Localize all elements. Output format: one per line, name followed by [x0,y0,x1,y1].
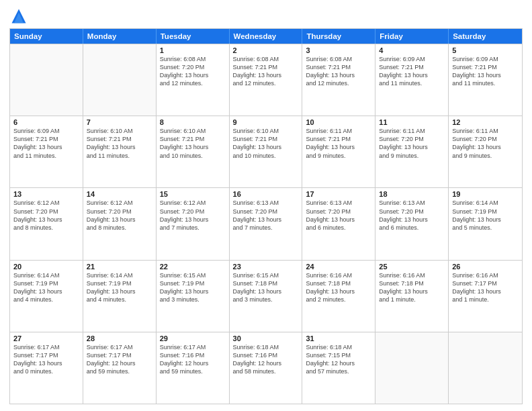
header-saturday: Saturday [449,29,522,44]
cell-info: Sunrise: 6:13 AM Sunset: 7:20 PM Dayligh… [379,199,445,232]
day-number: 7 [87,118,152,126]
header-monday: Monday [83,29,157,44]
cell-info: Sunrise: 6:10 AM Sunset: 7:21 PM Dayligh… [160,127,226,160]
calendar-cell: 13Sunrise: 6:12 AM Sunset: 7:20 PM Dayli… [10,188,83,259]
calendar-cell: 23Sunrise: 6:15 AM Sunset: 7:18 PM Dayli… [230,261,303,332]
calendar-cell: 12Sunrise: 6:11 AM Sunset: 7:20 PM Dayli… [449,116,522,187]
calendar-cell: 27Sunrise: 6:17 AM Sunset: 7:17 PM Dayli… [10,332,83,404]
calendar-cell: 25Sunrise: 6:16 AM Sunset: 7:18 PM Dayli… [375,261,449,332]
day-number: 31 [306,334,371,342]
day-number: 11 [379,118,445,126]
calendar-row-3: 13Sunrise: 6:12 AM Sunset: 7:20 PM Dayli… [10,187,522,259]
cell-info: Sunrise: 6:18 AM Sunset: 7:15 PM Dayligh… [306,343,371,376]
calendar-cell: 10Sunrise: 6:11 AM Sunset: 7:21 PM Dayli… [302,116,375,187]
day-number: 14 [87,190,152,198]
calendar-cell: 26Sunrise: 6:16 AM Sunset: 7:17 PM Dayli… [449,261,522,332]
day-number: 30 [233,334,299,342]
cell-info: Sunrise: 6:12 AM Sunset: 7:20 PM Dayligh… [160,199,226,232]
day-number: 17 [306,190,371,198]
day-number: 8 [160,118,226,126]
cell-info: Sunrise: 6:16 AM Sunset: 7:17 PM Dayligh… [452,271,519,304]
calendar-row-2: 6Sunrise: 6:09 AM Sunset: 7:21 PM Daylig… [10,116,522,187]
calendar: Sunday Monday Tuesday Wednesday Thursday… [9,28,523,404]
day-number: 23 [233,263,299,271]
cell-info: Sunrise: 6:15 AM Sunset: 7:19 PM Dayligh… [160,271,226,304]
day-number: 19 [452,190,519,198]
calendar-cell: 8Sunrise: 6:10 AM Sunset: 7:21 PM Daylig… [157,116,230,187]
cell-info: Sunrise: 6:14 AM Sunset: 7:19 PM Dayligh… [13,271,79,304]
calendar-cell: 29Sunrise: 6:17 AM Sunset: 7:16 PM Dayli… [157,332,230,404]
cell-info: Sunrise: 6:11 AM Sunset: 7:20 PM Dayligh… [379,127,445,160]
day-number: 16 [233,190,299,198]
header-thursday: Thursday [302,29,375,44]
calendar-cell: 17Sunrise: 6:13 AM Sunset: 7:20 PM Dayli… [302,188,375,259]
day-number: 22 [160,263,226,271]
calendar-cell: 14Sunrise: 6:12 AM Sunset: 7:20 PM Dayli… [83,188,157,259]
calendar-cell: 1Sunrise: 6:08 AM Sunset: 7:20 PM Daylig… [157,44,230,116]
day-number: 18 [379,190,445,198]
cell-info: Sunrise: 6:17 AM Sunset: 7:17 PM Dayligh… [13,343,79,376]
cell-info: Sunrise: 6:13 AM Sunset: 7:20 PM Dayligh… [233,199,299,232]
cell-info: Sunrise: 6:14 AM Sunset: 7:19 PM Dayligh… [452,199,519,232]
calendar-cell: 3Sunrise: 6:08 AM Sunset: 7:21 PM Daylig… [302,44,375,116]
day-number: 15 [160,190,226,198]
day-number: 4 [379,46,445,54]
cell-info: Sunrise: 6:18 AM Sunset: 7:16 PM Dayligh… [233,343,299,376]
cell-info: Sunrise: 6:08 AM Sunset: 7:21 PM Dayligh… [233,55,299,88]
day-number: 21 [87,263,152,271]
calendar-cell: 7Sunrise: 6:10 AM Sunset: 7:21 PM Daylig… [83,116,157,187]
cell-info: Sunrise: 6:11 AM Sunset: 7:20 PM Dayligh… [452,127,519,160]
header-wednesday: Wednesday [230,29,303,44]
day-number: 2 [233,46,299,54]
day-number: 29 [160,334,226,342]
calendar-row-4: 20Sunrise: 6:14 AM Sunset: 7:19 PM Dayli… [10,260,522,332]
calendar-cell: 2Sunrise: 6:08 AM Sunset: 7:21 PM Daylig… [230,44,303,116]
cell-info: Sunrise: 6:09 AM Sunset: 7:21 PM Dayligh… [13,127,79,160]
day-number: 10 [306,118,371,126]
calendar-cell [375,332,449,404]
day-number: 25 [379,263,445,271]
day-number: 24 [306,263,371,271]
cell-info: Sunrise: 6:10 AM Sunset: 7:21 PM Dayligh… [233,127,299,160]
calendar-cell: 5Sunrise: 6:09 AM Sunset: 7:21 PM Daylig… [449,44,522,116]
calendar-cell: 21Sunrise: 6:14 AM Sunset: 7:19 PM Dayli… [83,261,157,332]
day-number: 20 [13,263,79,271]
calendar-cell: 20Sunrise: 6:14 AM Sunset: 7:19 PM Dayli… [10,261,83,332]
calendar-cell: 30Sunrise: 6:18 AM Sunset: 7:16 PM Dayli… [230,332,303,404]
calendar-cell: 19Sunrise: 6:14 AM Sunset: 7:19 PM Dayli… [449,188,522,259]
cell-info: Sunrise: 6:16 AM Sunset: 7:18 PM Dayligh… [306,271,371,304]
header-sunday: Sunday [10,29,83,44]
cell-info: Sunrise: 6:09 AM Sunset: 7:21 PM Dayligh… [379,55,445,88]
day-number: 12 [452,118,519,126]
calendar-body: 1Sunrise: 6:08 AM Sunset: 7:20 PM Daylig… [10,44,522,404]
page: Sunday Monday Tuesday Wednesday Thursday… [0,0,532,411]
calendar-cell [10,44,83,116]
cell-info: Sunrise: 6:15 AM Sunset: 7:18 PM Dayligh… [233,271,299,304]
cell-info: Sunrise: 6:17 AM Sunset: 7:16 PM Dayligh… [160,343,226,376]
cell-info: Sunrise: 6:12 AM Sunset: 7:20 PM Dayligh… [87,199,152,232]
day-number: 28 [87,334,152,342]
header-friday: Friday [375,29,449,44]
calendar-row-5: 27Sunrise: 6:17 AM Sunset: 7:17 PM Dayli… [10,332,522,404]
calendar-cell: 31Sunrise: 6:18 AM Sunset: 7:15 PM Dayli… [302,332,375,404]
calendar-cell: 22Sunrise: 6:15 AM Sunset: 7:19 PM Dayli… [157,261,230,332]
calendar-cell: 18Sunrise: 6:13 AM Sunset: 7:20 PM Dayli… [375,188,449,259]
calendar-cell: 4Sunrise: 6:09 AM Sunset: 7:21 PM Daylig… [375,44,449,116]
cell-info: Sunrise: 6:14 AM Sunset: 7:19 PM Dayligh… [87,271,152,304]
calendar-cell: 6Sunrise: 6:09 AM Sunset: 7:21 PM Daylig… [10,116,83,187]
calendar-cell: 15Sunrise: 6:12 AM Sunset: 7:20 PM Dayli… [157,188,230,259]
header-tuesday: Tuesday [157,29,230,44]
day-number: 26 [452,263,519,271]
cell-info: Sunrise: 6:12 AM Sunset: 7:20 PM Dayligh… [13,199,79,232]
day-number: 5 [452,46,519,54]
cell-info: Sunrise: 6:10 AM Sunset: 7:21 PM Dayligh… [87,127,152,160]
calendar-cell: 9Sunrise: 6:10 AM Sunset: 7:21 PM Daylig… [230,116,303,187]
cell-info: Sunrise: 6:17 AM Sunset: 7:17 PM Dayligh… [87,343,152,376]
day-number: 3 [306,46,371,54]
calendar-cell: 24Sunrise: 6:16 AM Sunset: 7:18 PM Dayli… [302,261,375,332]
logo [9,7,31,26]
calendar-header: Sunday Monday Tuesday Wednesday Thursday… [10,29,522,44]
calendar-row-1: 1Sunrise: 6:08 AM Sunset: 7:20 PM Daylig… [10,44,522,116]
cell-info: Sunrise: 6:09 AM Sunset: 7:21 PM Dayligh… [452,55,519,88]
calendar-cell: 28Sunrise: 6:17 AM Sunset: 7:17 PM Dayli… [83,332,157,404]
